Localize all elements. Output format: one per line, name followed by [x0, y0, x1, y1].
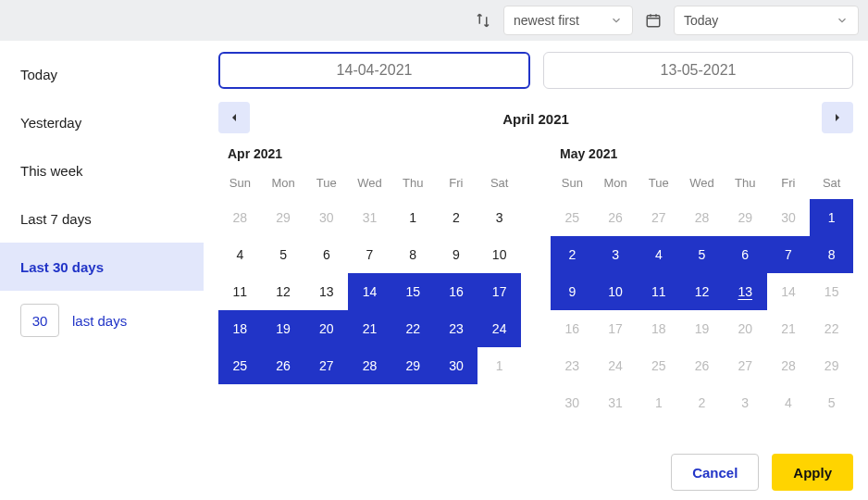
calendar-day[interactable]: 6	[724, 236, 767, 273]
end-date-input[interactable]: 13-05-2021	[543, 52, 853, 89]
calendar-day[interactable]: 24	[594, 347, 638, 384]
range-select[interactable]: Today	[674, 6, 859, 35]
calendar-day[interactable]: 17	[594, 310, 638, 347]
preset-this-week[interactable]: This week	[0, 146, 204, 194]
calendar-day[interactable]: 26	[262, 347, 305, 384]
calendar-day[interactable]: 7	[767, 236, 811, 273]
calendar-day[interactable]: 28	[680, 199, 724, 236]
calendar-day[interactable]: 1	[391, 199, 435, 236]
prev-month-button[interactable]	[218, 102, 250, 133]
calendar-day[interactable]: 20	[304, 310, 348, 347]
calendar-day[interactable]: 27	[304, 347, 348, 384]
calendar-day[interactable]: 31	[594, 384, 638, 421]
calendar-day[interactable]: 30	[304, 199, 348, 236]
calendar-day[interactable]: 5	[680, 236, 724, 273]
calendar-day[interactable]: 13	[724, 273, 767, 310]
calendar-day[interactable]: 2	[551, 236, 594, 273]
calendar-day[interactable]: 30	[551, 384, 594, 421]
calendar-day[interactable]: 29	[724, 199, 767, 236]
calendar-day[interactable]: 15	[810, 273, 853, 310]
calendar-day[interactable]: 2	[680, 384, 724, 421]
calendar-day[interactable]: 24	[477, 310, 521, 347]
calendar-day[interactable]: 8	[391, 236, 435, 273]
calendar-day[interactable]: 26	[594, 199, 638, 236]
calendar-day[interactable]: 14	[348, 273, 391, 310]
calendar-day[interactable]: 10	[594, 273, 638, 310]
calendar-day[interactable]: 19	[680, 310, 724, 347]
calendar-day[interactable]: 23	[435, 310, 478, 347]
calendar-day[interactable]: 25	[218, 347, 262, 384]
calendar-day[interactable]: 31	[348, 199, 391, 236]
calendar-day[interactable]: 22	[391, 310, 435, 347]
sort-select-label: newest first	[514, 13, 579, 28]
calendar-day[interactable]: 10	[477, 236, 521, 273]
month-1: May 2021SunMonTueWedThuFriSat25262728293…	[551, 141, 853, 421]
calendar-day[interactable]: 12	[680, 273, 724, 310]
calendar-day[interactable]: 5	[810, 384, 853, 421]
preset-yesterday[interactable]: Yesterday	[0, 98, 204, 146]
calendar-day[interactable]: 28	[348, 347, 391, 384]
calendar-day[interactable]: 3	[724, 384, 767, 421]
preset-today[interactable]: Today	[0, 50, 204, 98]
calendar-day[interactable]: 30	[435, 347, 478, 384]
calendar-day[interactable]: 25	[637, 347, 680, 384]
apply-button[interactable]: Apply	[772, 454, 853, 491]
range-select-label: Today	[684, 13, 718, 28]
calendar-day[interactable]: 9	[551, 273, 594, 310]
calendar-day[interactable]: 22	[810, 310, 853, 347]
start-date-input[interactable]: 14-04-2021	[218, 52, 530, 89]
calendar-day[interactable]: 1	[477, 347, 521, 384]
calendar-day[interactable]: 26	[680, 347, 724, 384]
preset-last-30-days[interactable]: Last 30 days	[0, 243, 204, 291]
cancel-button[interactable]: Cancel	[671, 454, 759, 491]
calendar-day[interactable]: 29	[391, 347, 435, 384]
calendar-day[interactable]: 16	[435, 273, 478, 310]
calendar-day[interactable]: 13	[304, 273, 348, 310]
calendar-day[interactable]: 21	[348, 310, 391, 347]
sort-direction-icon[interactable]	[470, 7, 496, 33]
calendar-day[interactable]: 18	[218, 310, 262, 347]
calendar-day[interactable]: 18	[637, 310, 680, 347]
calendar-day[interactable]: 29	[262, 199, 305, 236]
calendar-day[interactable]: 25	[551, 199, 594, 236]
calendar-day[interactable]: 1	[810, 199, 853, 236]
calendar-day[interactable]: 17	[477, 273, 521, 310]
calendar-day[interactable]: 5	[262, 236, 305, 273]
last-days-label: last days	[72, 313, 127, 329]
calendar-day[interactable]: 9	[435, 236, 478, 273]
topbar: newest first Today	[0, 0, 868, 41]
calendar-day[interactable]: 3	[477, 199, 521, 236]
calendar-day[interactable]: 27	[724, 347, 767, 384]
calendar-day[interactable]: 4	[767, 384, 811, 421]
next-month-button[interactable]	[822, 102, 853, 133]
calendar-day[interactable]: 2	[435, 199, 478, 236]
calendar-day[interactable]: 14	[767, 273, 811, 310]
calendar-day[interactable]: 21	[767, 310, 811, 347]
calendar-day[interactable]: 1	[637, 384, 680, 421]
apply-button-label: Apply	[793, 465, 832, 481]
calendar-day[interactable]: 27	[637, 199, 680, 236]
calendar-day[interactable]: 29	[810, 347, 853, 384]
calendar-day[interactable]: 11	[218, 273, 262, 310]
calendar-day[interactable]: 15	[391, 273, 435, 310]
calendar-day[interactable]: 12	[262, 273, 305, 310]
calendar-day[interactable]: 28	[767, 347, 811, 384]
last-days-input[interactable]	[20, 304, 59, 337]
calendar-day[interactable]: 30	[767, 199, 811, 236]
calendar-day[interactable]: 7	[348, 236, 391, 273]
calendar-day[interactable]: 3	[594, 236, 638, 273]
calendar-icon[interactable]	[640, 7, 666, 33]
calendar-day[interactable]: 8	[810, 236, 853, 273]
sort-select[interactable]: newest first	[503, 6, 633, 35]
calendar-day[interactable]: 20	[724, 310, 767, 347]
preset-last-7-days[interactable]: Last 7 days	[0, 194, 204, 243]
calendar-day[interactable]: 23	[551, 347, 594, 384]
calendar-day[interactable]: 28	[218, 199, 262, 236]
calendar-day[interactable]: 19	[262, 310, 305, 347]
chevron-down-icon	[610, 14, 623, 27]
calendar-day[interactable]: 6	[304, 236, 348, 273]
calendar-day[interactable]: 4	[637, 236, 680, 273]
calendar-day[interactable]: 16	[551, 310, 594, 347]
calendar-day[interactable]: 4	[218, 236, 262, 273]
calendar-day[interactable]: 11	[637, 273, 680, 310]
